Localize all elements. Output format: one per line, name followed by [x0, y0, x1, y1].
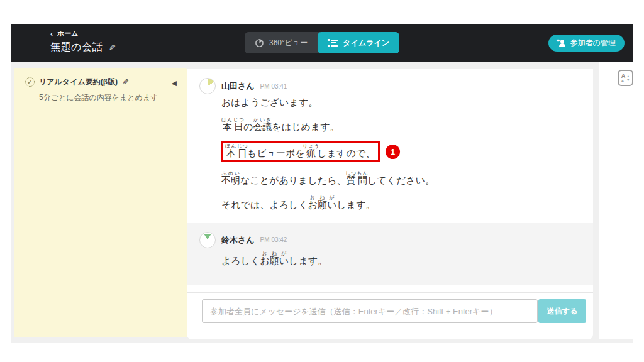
timestamp: PM 03:41	[260, 83, 287, 90]
message-line: よろしくお願いおねがします。	[221, 251, 577, 267]
message-line: おはようございます。	[221, 97, 577, 109]
message-list[interactable]: 山田さんPM 03:41おはようございます。本日ほんじつの会議かいぎをはじめます…	[187, 69, 593, 285]
avatar	[199, 232, 216, 248]
tab-360-view[interactable]: 360°ビュー	[245, 32, 318, 53]
speaker-name: 鈴木さん	[221, 234, 255, 246]
message-input[interactable]	[202, 299, 538, 323]
message-line: 不明ふめいなことがありましたら、質問しつもんしてください。	[221, 170, 577, 187]
app-body: ✓ リアルタイム要約(β版) ✎ 5分ごとに会話の内容をまとめます ◀ 山田さん…	[11, 62, 633, 343]
annotation-badge: 1	[386, 145, 400, 159]
manage-participants-button[interactable]: + 参加者の管理	[548, 35, 625, 52]
message-line: 本日ほんじつの会議かいぎをはじめます。	[221, 117, 577, 133]
annotation-red-box: 本日ほんじつもビューボを猟りょうしますので、	[221, 141, 380, 163]
message-line: それでは、よろしくお願いおねがします。	[221, 195, 577, 211]
add-user-icon: +	[557, 40, 566, 47]
360-view-icon	[255, 38, 264, 48]
message: 山田さんPM 03:41おはようございます。本日ほんじつの会議かいぎをはじめます…	[187, 69, 593, 223]
back-to-home-link[interactable]: ‹ ホーム	[50, 29, 116, 38]
composer: 送信する	[187, 292, 593, 339]
right-rail: A A ▲ ▼	[599, 62, 633, 339]
tab-timeline[interactable]: タイムライン	[318, 32, 399, 53]
realtime-summary-panel: ✓ リアルタイム要約(β版) ✎ 5分ごとに会話の内容をまとめます ◀	[14, 68, 187, 337]
summary-check-icon: ✓	[25, 77, 35, 87]
font-size-letters-icon: A A	[621, 74, 626, 83]
tab-360-label: 360°ビュー	[269, 38, 308, 48]
timestamp: PM 03:42	[260, 236, 287, 243]
manage-participants-label: 参加者の管理	[570, 38, 616, 48]
send-button[interactable]: 送信する	[538, 299, 586, 323]
chevron-left-icon: ‹	[50, 30, 53, 38]
edit-title-icon[interactable]: ✎	[109, 43, 116, 52]
font-size-arrows-icon: ▲ ▼	[626, 75, 630, 82]
speaker-name: 山田さん	[221, 80, 255, 92]
summary-subtitle: 5分ごとに会話の内容をまとめます	[39, 92, 175, 103]
collapse-sidebar-button[interactable]: ◀	[172, 79, 177, 87]
timeline-panel: 山田さんPM 03:41おはようございます。本日ほんじつの会議かいぎをはじめます…	[187, 69, 593, 339]
summary-title: リアルタイム要約(β版)	[39, 77, 118, 87]
page-title: 無題の会話	[50, 41, 103, 54]
timeline-icon	[328, 39, 338, 47]
view-switcher: 360°ビュー タイムライン	[245, 32, 399, 53]
font-size-button[interactable]: A A ▲ ▼	[618, 70, 633, 86]
header: ‹ ホーム 無題の会話 ✎ 360°ビュー	[11, 24, 633, 62]
tab-timeline-label: タイムライン	[343, 38, 389, 48]
edit-summary-icon[interactable]: ✎	[122, 77, 129, 87]
back-label: ホーム	[57, 29, 79, 38]
highlighted-message-line: 本日ほんじつもビューボを猟りょうしますので、1	[221, 141, 577, 163]
message: 鈴木さんPM 03:42よろしくお願いおねがします。	[187, 223, 593, 285]
app-window: ‹ ホーム 無題の会話 ✎ 360°ビュー	[11, 24, 633, 343]
avatar	[199, 78, 216, 94]
message-list-spacer	[187, 285, 593, 293]
